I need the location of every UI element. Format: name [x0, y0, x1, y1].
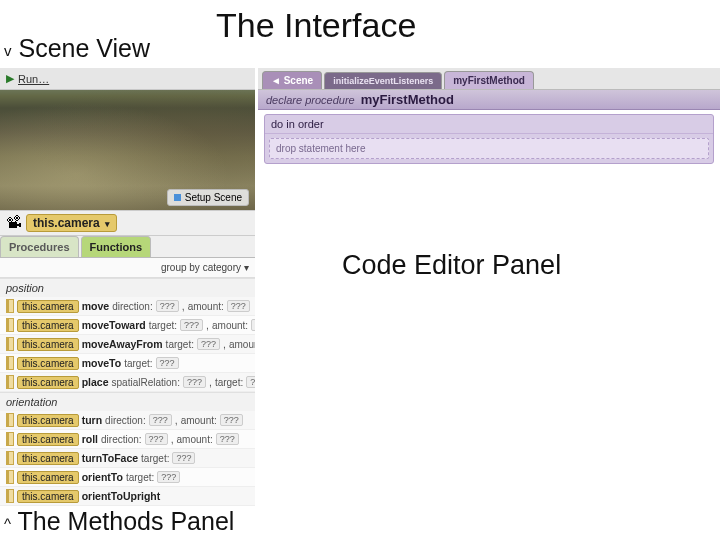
grip-icon [6, 413, 14, 427]
declare-label: declare procedure [266, 94, 355, 106]
param-value[interactable]: ??? [216, 433, 239, 445]
param-name: target: [166, 339, 194, 350]
scene-toolbar: ▶ Run… [0, 68, 255, 90]
method-tile[interactable]: this.cameramoveTowardtarget:??? , amount… [0, 316, 255, 335]
param-value[interactable]: ??? [156, 357, 179, 369]
do-in-order-block[interactable]: do in order drop statement here [264, 114, 714, 164]
method-tile[interactable]: this.cameraorientToUpright [0, 487, 255, 506]
grip-icon [6, 337, 14, 351]
tab-procedures[interactable]: Procedures [0, 236, 79, 257]
method-tile[interactable]: this.cameraplacespatialRelation:??? , ta… [0, 373, 255, 392]
object-chip: this.camera [17, 319, 79, 332]
object-selector[interactable]: this.camera ▾ [26, 214, 117, 232]
param-value[interactable]: ??? [172, 452, 195, 464]
methods-panel-text: The Methods Panel [18, 507, 235, 535]
param-value[interactable]: ??? [157, 471, 180, 483]
param-name: amount: [181, 415, 217, 426]
param-value[interactable]: ??? [246, 376, 255, 388]
grip-icon [6, 432, 14, 446]
method-tile[interactable]: this.camerarolldirection:??? , amount:??… [0, 430, 255, 449]
object-chip: this.camera [17, 338, 79, 351]
do-in-order-header: do in order [265, 115, 713, 134]
camera-icon: 📽 [6, 214, 22, 232]
setup-scene-icon [174, 194, 181, 201]
method-tile[interactable]: this.cameramovedirection:??? , amount:??… [0, 297, 255, 316]
method-tile[interactable]: this.cameramoveTotarget:??? [0, 354, 255, 373]
param-name: amount: [177, 434, 213, 445]
run-button[interactable]: Run… [18, 73, 49, 85]
object-chip: this.camera [17, 452, 79, 465]
category-orientation: orientation [0, 392, 255, 411]
param-value[interactable]: ??? [149, 414, 172, 426]
param-value[interactable]: ??? [145, 433, 168, 445]
editor-tabs: ◄ Scene initializeEventListeners myFirst… [258, 68, 720, 90]
drop-statement-target[interactable]: drop statement here [269, 138, 709, 159]
scene-3d-viewport[interactable]: Setup Scene [0, 90, 255, 210]
method-name: turnToFace [82, 452, 138, 464]
object-chip: this.camera [17, 414, 79, 427]
play-icon[interactable]: ▶ [6, 72, 14, 85]
code-editor-panel: ◄ Scene initializeEventListeners myFirst… [258, 68, 720, 498]
param-value[interactable]: ??? [197, 338, 220, 350]
caret-up-icon: ^ [4, 515, 11, 532]
object-chip: this.camera [17, 433, 79, 446]
orientation-methods-list: this.cameraturndirection:??? , amount:??… [0, 411, 255, 506]
declare-bar: declare procedure myFirstMethod [258, 90, 720, 110]
declare-method-name: myFirstMethod [361, 92, 454, 107]
tab-scene[interactable]: ◄ Scene [262, 71, 322, 89]
method-tabs: Procedures Functions [0, 236, 255, 258]
position-methods-list: this.cameramovedirection:??? , amount:??… [0, 297, 255, 392]
param-name: target: [215, 377, 243, 388]
grip-icon [6, 489, 14, 503]
method-name: roll [82, 433, 98, 445]
group-by-dropdown[interactable]: group by category ▾ [0, 258, 255, 278]
param-value[interactable]: ??? [180, 319, 203, 331]
grip-icon [6, 375, 14, 389]
param-name: amount: [188, 301, 224, 312]
method-tile[interactable]: this.cameraorientTotarget:??? [0, 468, 255, 487]
tab-initialize-event-listeners[interactable]: initializeEventListeners [324, 72, 442, 89]
param-value[interactable]: ??? [156, 300, 179, 312]
method-name: orientTo [82, 471, 123, 483]
param-name: direction: [101, 434, 142, 445]
object-name: this.camera [33, 216, 100, 230]
method-name: place [82, 376, 109, 388]
group-by-label: group by category [161, 262, 241, 273]
param-value[interactable]: ??? [227, 300, 250, 312]
method-tile[interactable]: this.cameramoveAwayFromtarget:??? , amou… [0, 335, 255, 354]
caret-down-icon: v [4, 42, 12, 59]
param-name: target: [126, 472, 154, 483]
method-tile[interactable]: this.cameraturndirection:??? , amount:??… [0, 411, 255, 430]
tab-my-first-method[interactable]: myFirstMethod [444, 71, 534, 89]
object-chip: this.camera [17, 376, 79, 389]
grip-icon [6, 470, 14, 484]
setup-scene-button[interactable]: Setup Scene [167, 189, 249, 206]
param-name: spatialRelation: [112, 377, 180, 388]
tab-scene-label: Scene [284, 75, 313, 86]
method-name: move [82, 300, 109, 312]
method-name: moveToward [82, 319, 146, 331]
method-name: moveAwayFrom [82, 338, 163, 350]
object-chip: this.camera [17, 357, 79, 370]
left-column: ▶ Run… Setup Scene 📽 this.camera ▾ Proce… [0, 68, 255, 498]
param-name: target: [124, 358, 152, 369]
method-tile[interactable]: this.cameraturnToFacetarget:??? [0, 449, 255, 468]
grip-icon [6, 451, 14, 465]
tab-functions[interactable]: Functions [81, 236, 152, 257]
param-value[interactable]: ??? [220, 414, 243, 426]
object-chip: this.camera [17, 471, 79, 484]
param-value[interactable]: ??? [183, 376, 206, 388]
grip-icon [6, 356, 14, 370]
param-value[interactable]: ??? [251, 319, 255, 331]
param-name: target: [149, 320, 177, 331]
param-name: amount: [229, 339, 255, 350]
param-name: direction: [105, 415, 146, 426]
methods-panel-annotation: ^ The Methods Panel [4, 507, 234, 536]
object-chip: this.camera [17, 490, 79, 503]
chevron-down-icon: ▾ [105, 219, 110, 229]
category-position: position [0, 278, 255, 297]
grip-icon [6, 299, 14, 313]
setup-scene-label: Setup Scene [185, 192, 242, 203]
chevron-down-icon: ▾ [244, 262, 249, 273]
param-name: direction: [112, 301, 153, 312]
